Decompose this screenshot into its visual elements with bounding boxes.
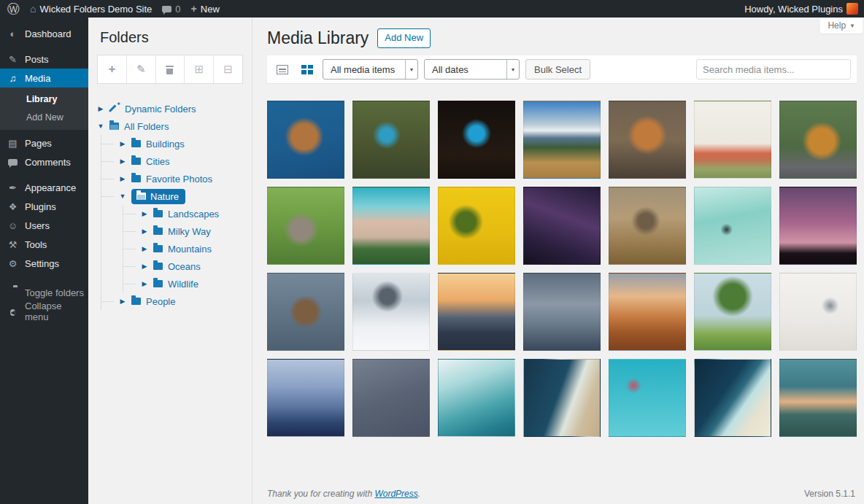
chevron-down-icon: ▼ bbox=[849, 23, 855, 29]
wordpress-link[interactable]: WordPress bbox=[374, 489, 417, 499]
caret-right-icon[interactable]: ▶ bbox=[141, 228, 148, 235]
search-media-input[interactable] bbox=[696, 59, 851, 80]
sidebar-item-collapse-menu[interactable]: ◀ Collapse menu bbox=[0, 302, 88, 321]
delete-folder-button[interactable] bbox=[156, 55, 185, 83]
folder-label-favorite-photos: Favorite Photos bbox=[146, 174, 212, 185]
toggle-folders-icon bbox=[7, 287, 18, 298]
caret-down-icon[interactable]: ▼ bbox=[97, 123, 104, 130]
photo-fish-school[interactable] bbox=[352, 359, 430, 437]
caret-right-icon[interactable]: ▶ bbox=[119, 140, 126, 147]
photo-foggy-fjord[interactable] bbox=[523, 273, 601, 351]
sidebar-item-posts[interactable]: ✎ Posts bbox=[0, 50, 88, 69]
sidebar-item-settings[interactable]: ⚙ Settings bbox=[0, 254, 88, 273]
sidebar-item-dashboard[interactable]: ◐ Dashboard bbox=[0, 24, 88, 43]
photo-sea-turtle[interactable] bbox=[267, 101, 344, 179]
photo-tiger[interactable] bbox=[779, 101, 857, 179]
photo-sand-dune[interactable] bbox=[352, 187, 430, 265]
comments-count: 0 bbox=[175, 4, 180, 15]
admin-bar: Ⓦ ⌂ Wicked Folders Demo Site 0 + New How… bbox=[0, 0, 864, 18]
sidebar-item-media[interactable]: ♫ Media bbox=[0, 69, 88, 88]
add-new-button[interactable]: Add New bbox=[377, 28, 431, 48]
submenu-item-add-new[interactable]: Add New bbox=[0, 108, 88, 126]
photo-misty-blue-mountains[interactable] bbox=[267, 359, 344, 437]
help-tab[interactable]: Help ▼ bbox=[820, 18, 863, 34]
grid-view-button[interactable] bbox=[298, 61, 317, 78]
sidebar-item-tools[interactable]: ⚒ Tools bbox=[0, 235, 88, 254]
sidebar-label-media: Media bbox=[25, 73, 50, 84]
photo-lone-tree[interactable] bbox=[694, 273, 771, 351]
sidebar-item-plugins[interactable]: ❖ Plugins bbox=[0, 197, 88, 216]
photo-milky-way[interactable] bbox=[523, 187, 601, 265]
caret-right-icon[interactable]: ▶ bbox=[141, 280, 148, 287]
caret-right-icon[interactable]: ▶ bbox=[141, 210, 148, 217]
bulk-select-button[interactable]: Bulk Select bbox=[525, 59, 590, 80]
wordpress-logo-icon[interactable]: Ⓦ bbox=[7, 3, 20, 15]
photo-sunrise-forest[interactable] bbox=[438, 273, 515, 351]
submenu-item-library[interactable]: Library bbox=[0, 90, 88, 108]
thanks-text: Thank you for creating with bbox=[267, 489, 374, 499]
media-type-filter-select[interactable]: All media items ▾ bbox=[323, 59, 418, 80]
caret-right-icon[interactable]: ▶ bbox=[119, 158, 126, 165]
photo-aerial-turtle[interactable] bbox=[694, 359, 771, 437]
photo-snowy-peaks[interactable] bbox=[352, 273, 430, 351]
footer-thanks: Thank you for creating with WordPress. bbox=[267, 489, 420, 499]
caret-right-icon[interactable]: ▶ bbox=[141, 245, 148, 252]
photo-fox[interactable] bbox=[609, 101, 686, 179]
photo-soaring-bird[interactable] bbox=[694, 187, 771, 265]
tree-item-people: ▶ People bbox=[119, 292, 243, 310]
comments-shortcut[interactable]: 0 bbox=[162, 4, 180, 15]
list-view-button[interactable] bbox=[273, 61, 292, 78]
caret-right-icon[interactable]: ▶ bbox=[97, 105, 104, 112]
photo-sunflower[interactable] bbox=[438, 187, 515, 265]
folder-icon bbox=[153, 280, 163, 287]
add-folder-button[interactable]: + bbox=[98, 55, 127, 83]
photo-aerial-beach[interactable] bbox=[523, 359, 601, 437]
folder-icon bbox=[131, 175, 141, 182]
collapse-all-button[interactable]: ⊟ bbox=[214, 55, 242, 83]
photo-hot-air-balloons[interactable] bbox=[609, 359, 686, 437]
photo-forest-canopy[interactable] bbox=[267, 273, 344, 351]
sidebar-item-pages[interactable]: ▤ Pages bbox=[0, 133, 88, 152]
howdy-account-menu[interactable]: Howdy, Wicked Plugins bbox=[744, 3, 858, 15]
folder-label-dynamic: Dynamic Folders bbox=[125, 104, 196, 115]
sidebar-item-users[interactable]: ☺ Users bbox=[0, 216, 88, 235]
folder-label-cities: Cities bbox=[146, 156, 170, 167]
media-grid bbox=[267, 101, 857, 437]
tree-item-mountains: ▶ Mountains bbox=[141, 240, 243, 257]
photo-poppy-meadow[interactable] bbox=[694, 101, 771, 179]
photo-statue-of-liberty[interactable] bbox=[779, 273, 857, 351]
date-filter-select[interactable]: All dates ▾ bbox=[424, 59, 520, 80]
new-content-button[interactable]: + New bbox=[191, 3, 220, 15]
folder-label-landscapes: Landscapes bbox=[168, 209, 219, 220]
site-name-link[interactable]: ⌂ Wicked Folders Demo Site bbox=[30, 3, 152, 15]
expand-all-button[interactable]: ⊞ bbox=[185, 55, 214, 83]
footer: Thank you for creating with WordPress. V… bbox=[267, 489, 855, 499]
media-icon: ♫ bbox=[7, 73, 18, 84]
selected-folder-nature[interactable]: Nature bbox=[131, 189, 185, 204]
tree-item-milky-way: ▶ Milky Way bbox=[141, 222, 243, 240]
caret-right-icon[interactable]: ▶ bbox=[141, 263, 148, 270]
open-folder-icon bbox=[136, 193, 146, 200]
edit-folder-button[interactable]: ✎ bbox=[127, 55, 156, 83]
sidebar-label-toggle-folders: Toggle folders bbox=[25, 287, 84, 298]
photo-glowing-canyon[interactable] bbox=[438, 101, 515, 179]
appearance-icon: ✒ bbox=[7, 182, 18, 193]
caret-down-icon[interactable]: ▼ bbox=[119, 193, 126, 200]
photo-yosemite-valley[interactable] bbox=[779, 359, 857, 437]
photo-curling-wave[interactable] bbox=[438, 359, 515, 437]
photo-mountain-valley[interactable] bbox=[523, 101, 601, 179]
caret-right-icon[interactable]: ▶ bbox=[119, 298, 126, 305]
photo-elephants[interactable] bbox=[609, 187, 686, 265]
photo-sunset-ridges[interactable] bbox=[609, 273, 686, 351]
photo-kingfisher[interactable] bbox=[352, 101, 430, 179]
media-toolbar: All media items ▾ All dates ▾ Bulk Selec… bbox=[267, 55, 857, 83]
sidebar-item-appearance[interactable]: ✒ Appearance bbox=[0, 178, 88, 197]
photo-violet-dusk[interactable] bbox=[779, 187, 857, 265]
caret-right-icon[interactable]: ▶ bbox=[119, 175, 126, 182]
site-name: Wicked Folders Demo Site bbox=[39, 4, 152, 15]
magic-wand-icon bbox=[109, 104, 120, 114]
version-text: Version 5.1.1 bbox=[804, 489, 855, 499]
photo-owl[interactable] bbox=[267, 187, 344, 265]
sidebar-item-toggle-folders[interactable]: Toggle folders bbox=[0, 283, 88, 302]
sidebar-item-comments[interactable]: Comments bbox=[0, 152, 88, 171]
